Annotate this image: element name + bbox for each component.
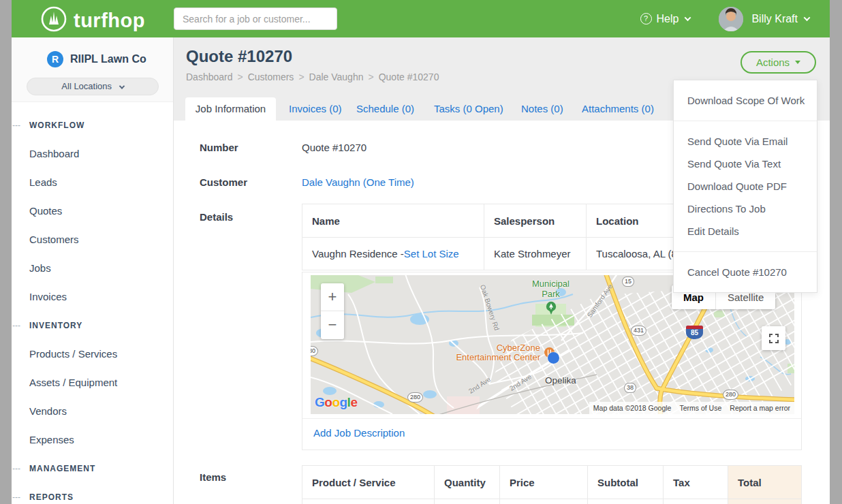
menu-group: Download Scope Of Work <box>674 80 817 121</box>
actions-button[interactable]: Actions <box>740 51 816 74</box>
sidebar-item-vendors[interactable]: Vendors <box>12 397 173 426</box>
google-letter: o <box>332 395 339 409</box>
items-cell-total <box>728 499 801 504</box>
user-avatar[interactable] <box>719 7 743 31</box>
number-value: Quote #10270 <box>302 142 367 153</box>
company[interactable]: R RIIPL Lawn Co <box>47 51 146 67</box>
sidebar-item-customers[interactable]: Customers <box>12 225 173 254</box>
map-attribution: Map data ©2018 Google Terms of Use Repor… <box>589 402 794 414</box>
items-table-row <box>302 499 801 504</box>
header-right: Help Billy Kraft <box>640 0 809 37</box>
items-label: Items <box>200 471 226 483</box>
items-header-price: Price <box>500 466 588 499</box>
route-shield-15: 15 <box>622 277 634 287</box>
chevron-down-icon <box>685 14 691 21</box>
items-table-header: Product / Service Quantity Price Subtota… <box>302 466 801 499</box>
user-menu[interactable]: Billy Kraft <box>751 13 809 25</box>
google-letter: o <box>324 395 332 409</box>
sidebar-item-quotes[interactable]: Quotes <box>12 197 173 225</box>
sidebar-item-products-services[interactable]: Products / Services <box>12 340 173 368</box>
help-label: Help <box>657 13 679 25</box>
breadcrumb-current: Quote #10270 <box>379 72 439 82</box>
customer-link[interactable]: Dale Vaughn <box>302 176 360 188</box>
map-zoom-control: + − <box>321 283 344 339</box>
sidebar-item-invoices[interactable]: Invoices <box>12 283 173 311</box>
brand-logo[interactable]: turfhop <box>40 5 145 35</box>
tab-invoices[interactable]: Invoices (0) <box>289 97 342 121</box>
details-header-name: Name <box>302 204 484 237</box>
route-shield-280-east: 280 <box>723 390 738 400</box>
tab-schedule[interactable]: Schedule (0) <box>356 97 414 121</box>
actions-button-label: Actions <box>756 57 790 68</box>
items-cell-subtotal <box>588 499 664 504</box>
sidebar-company-block: R RIIPL Lawn Co All Locations <box>12 37 173 102</box>
sidebar-item-leads[interactable]: Leads <box>12 168 173 197</box>
app-header: turfhop Help Billy Kraft <box>12 0 830 37</box>
fullscreen-button[interactable] <box>762 326 785 350</box>
menu-item-cancel-quote[interactable]: Cancel Quote #10270 <box>674 261 817 283</box>
location-filter-label: All Locations <box>61 81 112 91</box>
sidebar-item-expenses[interactable]: Expenses <box>12 426 173 454</box>
google-map[interactable]: Municipal Park CyberZone Entertainment C… <box>311 275 794 414</box>
property-name: Vaughn Residence - <box>312 248 404 259</box>
help-icon <box>640 13 652 25</box>
items-cell-tax <box>664 499 728 504</box>
google-letter: g <box>340 395 347 409</box>
google-logo[interactable]: Google <box>315 395 357 410</box>
breadcrumb-dashboard[interactable]: Dashboard <box>186 72 233 82</box>
breadcrumb-customers[interactable]: Customers <box>248 72 294 82</box>
brand-name: turfhop <box>74 10 145 32</box>
zoom-in-button[interactable]: + <box>321 283 344 311</box>
menu-item-download-scope-of-work[interactable]: Download Scope Of Work <box>674 89 817 112</box>
route-shield-431: 431 <box>631 326 646 336</box>
breadcrumb-separator: > <box>298 72 304 82</box>
menu-item-edit-details[interactable]: Edit Details <box>674 220 817 242</box>
tab-job-information[interactable]: Job Information <box>185 97 276 121</box>
window-scrollbar[interactable] <box>830 0 842 504</box>
map-data-credit: Map data ©2018 Google <box>589 402 676 414</box>
menu-item-send-quote-via-email[interactable]: Send Quote Via Email <box>674 130 817 153</box>
google-letter: G <box>315 395 324 409</box>
search-input[interactable] <box>174 7 337 30</box>
breadcrumb: Dashboard>Customers>Dale Vaughn>Quote #1… <box>186 72 439 82</box>
menu-item-send-quote-via-text[interactable]: Send Quote Via Text <box>674 153 817 175</box>
park-tree-pin-icon <box>546 301 557 318</box>
job-description-section: Add Job Description <box>302 418 801 450</box>
breadcrumb-customer-name[interactable]: Dale Vaughn <box>309 72 364 82</box>
tab-tasks[interactable]: Tasks (0 Open) <box>434 97 503 121</box>
chevron-down-icon <box>804 14 811 21</box>
menu-item-directions-to-job[interactable]: Directions To Job <box>674 198 817 220</box>
app-page: turfhop Help Billy Kraft <box>12 0 830 504</box>
items-header-product-service: Product / Service <box>302 466 435 499</box>
report-map-error-link[interactable]: Report a map error <box>726 402 794 414</box>
menu-item-download-quote-pdf[interactable]: Download Quote PDF <box>674 175 817 198</box>
sidebar-item-jobs[interactable]: Jobs <box>12 254 173 283</box>
cyberzone-line2: Entertainment Center <box>445 353 540 362</box>
sidebar-item-assets-equipment[interactable]: Assets / Equipment <box>12 368 173 397</box>
items-table: Product / Service Quantity Price Subtota… <box>302 465 802 504</box>
section-management: MANAGEMENT <box>12 454 173 483</box>
set-lot-size-link[interactable]: Set Lot Size <box>404 248 459 259</box>
details-cell-name: Vaughn Residence - Set Lot Size <box>302 237 484 270</box>
help-menu[interactable]: Help <box>640 13 691 25</box>
chevron-down-icon <box>119 83 124 89</box>
zoom-out-button[interactable]: − <box>321 311 344 339</box>
page-title: Quote #10270 <box>186 47 292 66</box>
customer-value: Dale Vaughn (One Time) <box>302 176 414 188</box>
company-name: RIIPL Lawn Co <box>70 53 146 65</box>
cyberzone-line1: CyberZone <box>445 343 540 353</box>
sidebar-item-dashboard[interactable]: Dashboard <box>12 140 173 168</box>
location-filter[interactable]: All Locations <box>27 78 159 95</box>
items-cell-quantity <box>435 499 500 504</box>
terms-of-use-link[interactable]: Terms of Use <box>675 402 726 414</box>
items-header-tax: Tax <box>664 466 728 499</box>
tab-attachments[interactable]: Attachments (0) <box>582 97 654 121</box>
details-label: Details <box>200 211 233 223</box>
tab-notes[interactable]: Notes (0) <box>521 97 563 121</box>
add-job-description-link[interactable]: Add Job Description <box>313 427 405 439</box>
breadcrumb-separator: > <box>238 72 243 82</box>
map-card: Municipal Park CyberZone Entertainment C… <box>302 272 802 450</box>
window-margin-left <box>0 0 12 504</box>
customer-type: (One Time) <box>363 176 414 188</box>
number-label: Number <box>200 142 238 153</box>
